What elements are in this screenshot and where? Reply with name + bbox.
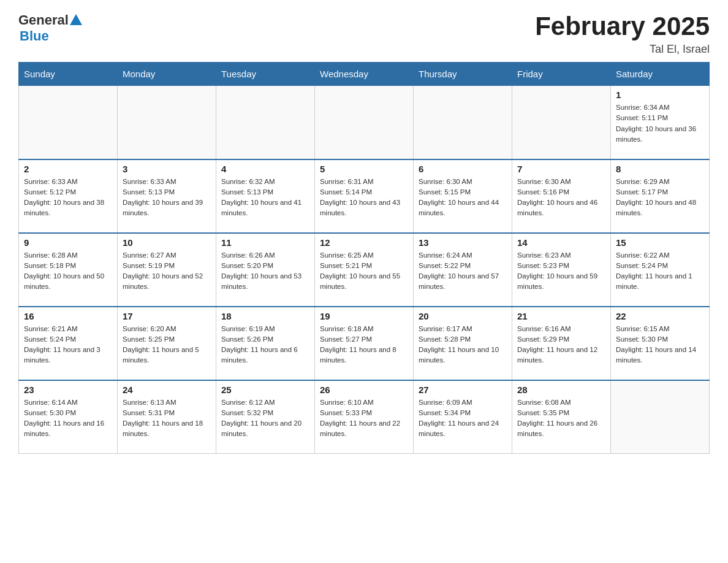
day-info: Sunrise: 6:28 AMSunset: 5:18 PMDaylight:… (24, 250, 112, 293)
calendar-day-cell (216, 86, 315, 159)
day-info: Sunrise: 6:09 AMSunset: 5:34 PMDaylight:… (419, 397, 507, 440)
calendar-day-cell: 17Sunrise: 6:20 AMSunset: 5:25 PMDayligh… (118, 307, 216, 380)
calendar-day-cell (315, 86, 414, 159)
day-number: 11 (221, 237, 309, 248)
day-info: Sunrise: 6:23 AMSunset: 5:23 PMDaylight:… (517, 250, 605, 293)
calendar-day-cell: 21Sunrise: 6:16 AMSunset: 5:29 PMDayligh… (512, 307, 611, 380)
day-number: 13 (419, 237, 507, 248)
day-number: 14 (517, 237, 605, 248)
day-number: 17 (123, 311, 211, 321)
calendar-week-row: 2Sunrise: 6:33 AMSunset: 5:12 PMDaylight… (19, 159, 710, 233)
day-info: Sunrise: 6:34 AMSunset: 5:11 PMDaylight:… (616, 102, 704, 145)
calendar-day-cell: 10Sunrise: 6:27 AMSunset: 5:19 PMDayligh… (118, 233, 216, 307)
day-info: Sunrise: 6:22 AMSunset: 5:24 PMDaylight:… (616, 250, 704, 293)
calendar-day-cell: 27Sunrise: 6:09 AMSunset: 5:34 PMDayligh… (414, 380, 512, 454)
calendar-day-cell: 12Sunrise: 6:25 AMSunset: 5:21 PMDayligh… (315, 233, 414, 307)
day-of-week-header: Monday (118, 63, 216, 86)
calendar-day-cell: 4Sunrise: 6:32 AMSunset: 5:13 PMDaylight… (216, 159, 315, 233)
calendar-title: February 2025 (535, 12, 710, 40)
calendar-header-row: SundayMondayTuesdayWednesdayThursdayFrid… (19, 63, 710, 86)
day-number: 24 (123, 385, 211, 395)
calendar-week-row: 9Sunrise: 6:28 AMSunset: 5:18 PMDaylight… (19, 233, 710, 307)
day-info: Sunrise: 6:17 AMSunset: 5:28 PMDaylight:… (419, 324, 507, 366)
calendar-day-cell: 13Sunrise: 6:24 AMSunset: 5:22 PMDayligh… (414, 233, 512, 307)
day-number: 8 (616, 164, 704, 174)
day-info: Sunrise: 6:29 AMSunset: 5:17 PMDaylight:… (616, 177, 704, 219)
day-of-week-header: Wednesday (315, 63, 414, 86)
day-info: Sunrise: 6:18 AMSunset: 5:27 PMDaylight:… (320, 324, 408, 366)
day-info: Sunrise: 6:20 AMSunset: 5:25 PMDaylight:… (123, 324, 211, 366)
day-of-week-header: Saturday (611, 63, 710, 86)
calendar-day-cell: 2Sunrise: 6:33 AMSunset: 5:12 PMDaylight… (19, 159, 118, 233)
calendar-day-cell: 11Sunrise: 6:26 AMSunset: 5:20 PMDayligh… (216, 233, 315, 307)
day-info: Sunrise: 6:33 AMSunset: 5:12 PMDaylight:… (24, 177, 112, 219)
calendar-day-cell: 8Sunrise: 6:29 AMSunset: 5:17 PMDaylight… (611, 159, 710, 233)
day-number: 18 (221, 311, 309, 321)
day-number: 21 (517, 311, 605, 321)
day-info: Sunrise: 6:14 AMSunset: 5:30 PMDaylight:… (24, 397, 112, 440)
calendar-day-cell: 23Sunrise: 6:14 AMSunset: 5:30 PMDayligh… (19, 380, 118, 454)
day-number: 6 (419, 164, 507, 174)
day-info: Sunrise: 6:27 AMSunset: 5:19 PMDaylight:… (123, 250, 211, 293)
day-of-week-header: Tuesday (216, 63, 315, 86)
day-info: Sunrise: 6:24 AMSunset: 5:22 PMDaylight:… (419, 250, 507, 293)
day-number: 3 (123, 164, 211, 174)
svg-marker-0 (70, 14, 82, 25)
day-number: 9 (24, 237, 112, 248)
calendar-day-cell: 16Sunrise: 6:21 AMSunset: 5:24 PMDayligh… (19, 307, 118, 380)
day-info: Sunrise: 6:16 AMSunset: 5:29 PMDaylight:… (517, 324, 605, 366)
logo: General Blue (18, 12, 82, 44)
calendar-day-cell: 20Sunrise: 6:17 AMSunset: 5:28 PMDayligh… (414, 307, 512, 380)
day-info: Sunrise: 6:26 AMSunset: 5:20 PMDaylight:… (221, 250, 309, 293)
calendar-day-cell: 7Sunrise: 6:30 AMSunset: 5:16 PMDaylight… (512, 159, 611, 233)
day-number: 4 (221, 164, 309, 174)
day-number: 26 (320, 385, 408, 395)
calendar-day-cell (118, 86, 216, 159)
day-info: Sunrise: 6:30 AMSunset: 5:16 PMDaylight:… (517, 177, 605, 219)
calendar-day-cell: 9Sunrise: 6:28 AMSunset: 5:18 PMDaylight… (19, 233, 118, 307)
day-info: Sunrise: 6:10 AMSunset: 5:33 PMDaylight:… (320, 397, 408, 440)
logo-general-text: General (18, 12, 69, 28)
day-info: Sunrise: 6:12 AMSunset: 5:32 PMDaylight:… (221, 397, 309, 440)
day-number: 12 (320, 237, 408, 248)
calendar-day-cell: 25Sunrise: 6:12 AMSunset: 5:32 PMDayligh… (216, 380, 315, 454)
calendar-day-cell: 19Sunrise: 6:18 AMSunset: 5:27 PMDayligh… (315, 307, 414, 380)
calendar-day-cell: 3Sunrise: 6:33 AMSunset: 5:13 PMDaylight… (118, 159, 216, 233)
calendar-day-cell (611, 380, 710, 454)
day-number: 20 (419, 311, 507, 321)
day-of-week-header: Friday (512, 63, 611, 86)
day-info: Sunrise: 6:19 AMSunset: 5:26 PMDaylight:… (221, 324, 309, 366)
day-info: Sunrise: 6:32 AMSunset: 5:13 PMDaylight:… (221, 177, 309, 219)
calendar-day-cell (512, 86, 611, 159)
calendar-day-cell: 22Sunrise: 6:15 AMSunset: 5:30 PMDayligh… (611, 307, 710, 380)
day-info: Sunrise: 6:30 AMSunset: 5:15 PMDaylight:… (419, 177, 507, 219)
calendar-day-cell: 14Sunrise: 6:23 AMSunset: 5:23 PMDayligh… (512, 233, 611, 307)
calendar-subtitle: Tal El, Israel (535, 43, 710, 56)
day-info: Sunrise: 6:21 AMSunset: 5:24 PMDaylight:… (24, 324, 112, 366)
day-info: Sunrise: 6:33 AMSunset: 5:13 PMDaylight:… (123, 177, 211, 219)
day-info: Sunrise: 6:31 AMSunset: 5:14 PMDaylight:… (320, 177, 408, 219)
calendar-day-cell (19, 86, 118, 159)
calendar-week-row: 1Sunrise: 6:34 AMSunset: 5:11 PMDaylight… (19, 86, 710, 159)
day-number: 28 (517, 385, 605, 395)
day-info: Sunrise: 6:13 AMSunset: 5:31 PMDaylight:… (123, 397, 211, 440)
title-section: February 2025 Tal El, Israel (535, 12, 710, 56)
calendar-day-cell: 26Sunrise: 6:10 AMSunset: 5:33 PMDayligh… (315, 380, 414, 454)
day-number: 23 (24, 385, 112, 395)
day-info: Sunrise: 6:25 AMSunset: 5:21 PMDaylight:… (320, 250, 408, 293)
day-number: 16 (24, 311, 112, 321)
calendar-day-cell: 6Sunrise: 6:30 AMSunset: 5:15 PMDaylight… (414, 159, 512, 233)
calendar-day-cell (414, 86, 512, 159)
day-number: 10 (123, 237, 211, 248)
day-number: 7 (517, 164, 605, 174)
calendar-week-row: 23Sunrise: 6:14 AMSunset: 5:30 PMDayligh… (19, 380, 710, 454)
day-info: Sunrise: 6:15 AMSunset: 5:30 PMDaylight:… (616, 324, 704, 366)
day-number: 25 (221, 385, 309, 395)
calendar-day-cell: 5Sunrise: 6:31 AMSunset: 5:14 PMDaylight… (315, 159, 414, 233)
calendar-week-row: 16Sunrise: 6:21 AMSunset: 5:24 PMDayligh… (19, 307, 710, 380)
day-info: Sunrise: 6:08 AMSunset: 5:35 PMDaylight:… (517, 397, 605, 440)
day-number: 22 (616, 311, 704, 321)
calendar-table: SundayMondayTuesdayWednesdayThursdayFrid… (18, 62, 710, 454)
day-number: 19 (320, 311, 408, 321)
logo-blue-text: Blue (20, 28, 82, 44)
